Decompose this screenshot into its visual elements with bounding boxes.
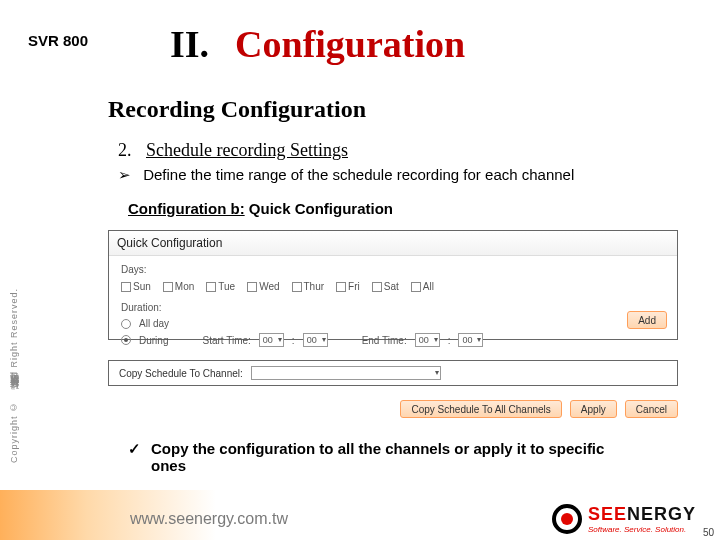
numbered-item: 2. Schedule recording Settings — [118, 140, 348, 161]
config-b-heading: Configuration b: Quick Configuration — [128, 200, 393, 217]
arrow-bullet-row: ➢ Define the time range of the schedule … — [118, 166, 574, 184]
day-checkbox-mon[interactable]: Mon — [163, 281, 194, 292]
day-checkbox-fri[interactable]: Fri — [336, 281, 360, 292]
radio-allday[interactable] — [121, 319, 131, 329]
day-checkbox-wed[interactable]: Wed — [247, 281, 279, 292]
config-b-prefix: Configuration b: — [128, 200, 245, 217]
radio-during-label: During — [139, 335, 168, 346]
start-time-label: Start Time: — [202, 335, 250, 346]
day-checkbox-sun[interactable]: Sun — [121, 281, 151, 292]
day-checkbox-sat[interactable]: Sat — [372, 281, 399, 292]
quick-config-panel: Quick Configuration Days: Sun Mon Tue We… — [108, 230, 678, 340]
copy-schedule-panel: Copy Schedule To Channel: — [108, 360, 678, 386]
start-hour-select[interactable]: 00 — [259, 333, 284, 347]
end-min-select[interactable]: 00 — [458, 333, 483, 347]
logo-icon — [552, 504, 582, 534]
end-time-label: End Time: — [362, 335, 407, 346]
copy-all-button[interactable]: Copy Schedule To All Channels — [400, 400, 561, 418]
days-row: Sun Mon Tue Wed Thur Fri Sat All — [121, 281, 665, 292]
start-min-select[interactable]: 00 — [303, 333, 328, 347]
logo-wordmark: SEENERGY — [588, 504, 696, 525]
action-button-row: Copy Schedule To All Channels Apply Canc… — [400, 400, 678, 418]
title-number: II. — [170, 22, 209, 66]
copy-schedule-label: Copy Schedule To Channel: — [119, 368, 243, 379]
section-heading: Recording Configuration — [108, 96, 366, 123]
copy-channel-select[interactable] — [251, 366, 441, 380]
arrow-bullet-text: Define the time range of the schedule re… — [143, 166, 574, 183]
checkbox-icon — [121, 282, 131, 292]
add-button[interactable]: Add — [627, 311, 667, 329]
title-text: Configuration — [235, 22, 465, 66]
config-b-suffix: Quick Configuration — [245, 200, 393, 217]
checkbox-icon — [372, 282, 382, 292]
checkbox-icon — [247, 282, 257, 292]
arrow-icon: ➢ — [118, 166, 131, 183]
radio-allday-label: All day — [139, 318, 169, 329]
checkbox-icon — [163, 282, 173, 292]
footer-url: www.seenergy.com.tw — [130, 510, 288, 528]
duration-label: Duration: — [121, 302, 665, 313]
logo-tagline: Software. Service. Solution. — [588, 525, 696, 534]
radio-during[interactable] — [121, 335, 131, 345]
days-label: Days: — [121, 264, 665, 275]
brand-logo: SEENERGY Software. Service. Solution. — [552, 504, 696, 534]
copyright-text: Copyright © 琭銨科技股份有限公司 All Right Reserve… — [4, 210, 24, 540]
item-text: Schedule recording Settings — [146, 140, 348, 160]
check-note-text: Copy the configuration to all the channe… — [151, 440, 608, 474]
item-number: 2. — [118, 140, 132, 160]
day-checkbox-all[interactable]: All — [411, 281, 434, 292]
panel-header: Quick Configuration — [109, 231, 677, 256]
page-number: 50 — [703, 527, 714, 538]
apply-button[interactable]: Apply — [570, 400, 617, 418]
day-checkbox-thur[interactable]: Thur — [292, 281, 325, 292]
cancel-button[interactable]: Cancel — [625, 400, 678, 418]
page-title: II. Configuration — [170, 22, 465, 66]
checkmark-icon: ✓ — [128, 440, 141, 474]
product-label: SVR 800 — [28, 32, 88, 49]
checkbox-icon — [206, 282, 216, 292]
checkbox-icon — [411, 282, 421, 292]
end-hour-select[interactable]: 00 — [415, 333, 440, 347]
checkbox-icon — [336, 282, 346, 292]
check-note: ✓ Copy the configuration to all the chan… — [128, 440, 608, 474]
day-checkbox-tue[interactable]: Tue — [206, 281, 235, 292]
checkbox-icon — [292, 282, 302, 292]
